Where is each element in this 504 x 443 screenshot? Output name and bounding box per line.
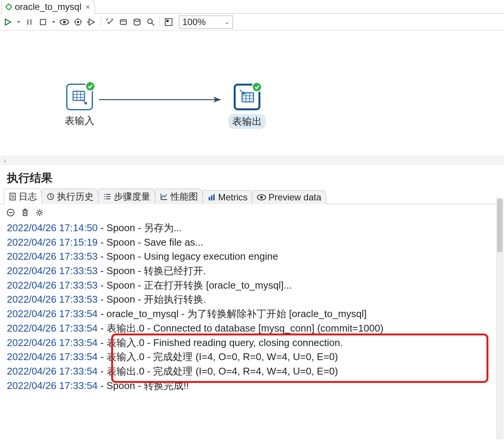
results-tab-bar: 日志 执行历史 步骤度量 性能图 Metrics Preview data — [0, 189, 504, 204]
log-output[interactable]: 2022/04/26 17:14:50 - Spoon - 另存为...2022… — [0, 221, 504, 397]
editor-tab-title: oracle_to_mysql — [15, 2, 81, 12]
log-line: 2022/04/26 17:33:53 - Spoon - Using lega… — [7, 249, 499, 264]
stop-dropdown[interactable] — [51, 16, 56, 28]
svg-rect-18 — [211, 195, 212, 200]
transformation-canvas[interactable]: 表输入 表输出 — [0, 30, 504, 156]
zoom-value: 100% — [182, 17, 206, 27]
svg-point-8 — [134, 19, 140, 21]
svg-rect-7 — [120, 20, 126, 24]
table-output-icon — [239, 89, 255, 105]
svg-rect-19 — [213, 194, 215, 200]
svg-point-9 — [148, 19, 152, 24]
tab-performance[interactable]: 性能图 — [155, 189, 203, 204]
log-line: 2022/04/26 17:33:54 - 表输出.0 - Connected … — [7, 321, 499, 336]
table-input-icon — [72, 89, 88, 105]
editor-tab-bar: oracle_to_mysql ⨯ — [0, 0, 504, 14]
delete-log-button[interactable] — [20, 207, 30, 218]
svg-rect-12 — [73, 91, 85, 100]
results-title: 执行结果 — [0, 165, 504, 189]
log-toolbar — [0, 204, 504, 221]
step-table-input[interactable]: 表输入 — [65, 84, 94, 127]
pause-button[interactable] — [24, 16, 35, 28]
success-badge-icon — [252, 82, 262, 92]
svg-rect-2 — [40, 19, 46, 25]
svg-rect-0 — [27, 19, 29, 25]
clear-log-button[interactable] — [5, 207, 16, 218]
svg-point-6 — [77, 21, 79, 23]
log-line: 2022/04/26 17:33:54 - 表输入.0 - 完成处理 (I=4,… — [7, 350, 499, 364]
tab-history[interactable]: 执行历史 — [41, 189, 99, 204]
log-line: 2022/04/26 17:33:54 - 表输出.0 - 完成处理 (I=0,… — [7, 364, 499, 379]
log-line: 2022/04/26 17:33:53 - Spoon - 开始执行转换. — [7, 292, 499, 307]
explore-button[interactable] — [145, 16, 156, 28]
run-dropdown[interactable] — [16, 16, 21, 28]
svg-rect-1 — [30, 19, 32, 25]
log-line: 2022/04/26 17:15:19 - Spoon - Save file … — [7, 235, 499, 250]
step-table-output-box[interactable] — [234, 84, 260, 110]
toolbar-separator — [100, 17, 101, 27]
editor-tab[interactable]: oracle_to_mysql ⨯ — [2, 0, 95, 14]
log-line: 2022/04/26 17:33:54 - oracle_to_mysql - … — [7, 307, 499, 321]
tab-log[interactable]: 日志 — [4, 189, 42, 204]
log-icon — [9, 192, 16, 201]
step-table-input-box[interactable] — [66, 84, 93, 110]
metrics-icon — [207, 193, 216, 202]
svg-point-4 — [63, 21, 66, 23]
show-results-button[interactable] — [163, 16, 174, 28]
log-line: 2022/04/26 17:33:53 - Spoon - 正在打开转换 [or… — [7, 278, 499, 293]
log-line: 2022/04/26 17:33:54 - 表输入.0 - Finished r… — [7, 336, 499, 350]
svg-point-21 — [260, 196, 263, 199]
tab-step-metrics[interactable]: 步骤度量 — [98, 189, 155, 204]
zoom-select[interactable]: 100% ⌄ — [179, 16, 233, 29]
hop-arrow[interactable] — [99, 96, 228, 103]
run-button[interactable] — [2, 16, 14, 28]
svg-rect-11 — [166, 20, 169, 22]
step-label: 表输出 — [228, 114, 266, 129]
debug-button[interactable] — [72, 16, 84, 28]
log-line: 2022/04/26 17:33:53 - Spoon - 转换已经打开. — [7, 264, 499, 278]
preview-icon — [257, 194, 266, 201]
tab-preview-data[interactable]: Preview data — [252, 190, 326, 204]
chevron-down-icon: ⌄ — [225, 18, 230, 25]
log-line: 2022/04/26 17:14:50 - Spoon - 另存为... — [7, 221, 499, 235]
sql-button[interactable] — [131, 16, 143, 28]
perf-icon — [160, 192, 168, 201]
log-settings-button[interactable] — [34, 207, 45, 218]
verify-button[interactable] — [104, 16, 115, 28]
svg-rect-17 — [209, 197, 210, 200]
preview-button[interactable] — [59, 16, 70, 28]
success-badge-icon — [85, 81, 96, 92]
history-icon — [46, 192, 55, 201]
impact-button[interactable] — [118, 16, 129, 28]
stop-button[interactable] — [37, 16, 49, 28]
log-line: 2022/04/26 17:33:54 - Spoon - 转换完成!! — [7, 379, 499, 393]
step-table-output[interactable]: 表输出 — [228, 84, 266, 129]
replay-button[interactable] — [86, 16, 97, 28]
close-icon[interactable]: ⨯ — [85, 3, 90, 11]
tab-metrics[interactable]: Metrics — [203, 190, 252, 204]
step-label: 表输入 — [65, 114, 94, 127]
toolbar-separator — [159, 17, 160, 27]
svg-point-23 — [38, 211, 41, 214]
scrollbar-thumb[interactable] — [497, 199, 502, 252]
vertical-scrollbar[interactable] — [496, 198, 503, 439]
transformation-icon — [5, 3, 13, 11]
canvas-scroll-indicator[interactable]: ‹ — [0, 156, 504, 165]
run-toolbar: 100% ⌄ — [0, 14, 504, 30]
step-metrics-icon — [103, 192, 112, 201]
